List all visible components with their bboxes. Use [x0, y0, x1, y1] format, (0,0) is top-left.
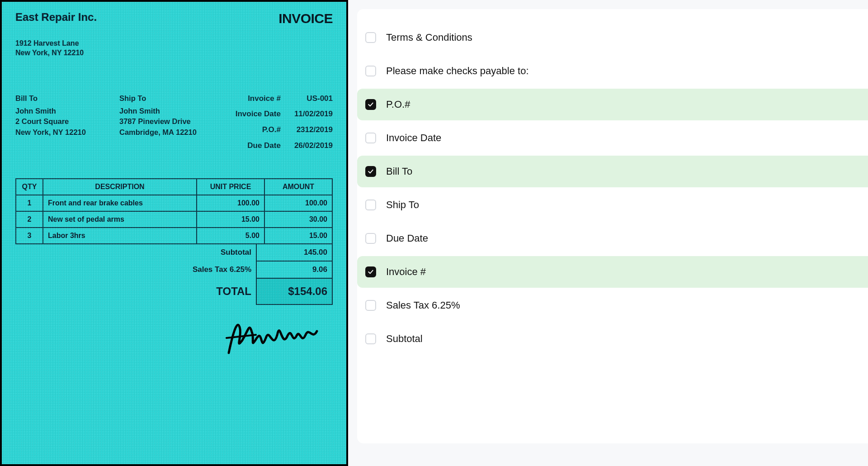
- parties-section: Bill To John Smith 2 Court Square New Yo…: [15, 93, 333, 152]
- field-row[interactable]: Sales Tax 6.25%: [357, 290, 868, 321]
- invoice-number-label: Invoice #: [248, 93, 281, 105]
- invoice-number-value: US-001: [307, 93, 333, 105]
- subtotal-label: Subtotal: [184, 244, 256, 262]
- tax-label: Sales Tax 6.25%: [184, 262, 256, 279]
- header-row: East Repair Inc. INVOICE: [15, 11, 333, 26]
- bill-to-block: Bill To John Smith 2 Court Square New Yo…: [15, 93, 119, 152]
- invoice-page: East Repair Inc. INVOICE 1912 Harvest La…: [2, 2, 346, 464]
- cell-desc: New set of pedal arms: [43, 211, 197, 228]
- cell-desc: Front and rear brake cables: [43, 195, 197, 211]
- signature-icon: [224, 313, 319, 356]
- company-address-line1: 1912 Harvest Lane: [15, 39, 333, 48]
- field-label: Please make checks payable to:: [386, 65, 529, 77]
- cell-qty: 3: [16, 228, 43, 244]
- ship-to-line2: Cambridge, MA 12210: [119, 127, 223, 138]
- bill-to-label: Bill To: [15, 93, 119, 104]
- field-label: Bill To: [386, 166, 412, 177]
- due-date-label: Due Date: [247, 140, 281, 152]
- checkbox-checked-icon[interactable]: [365, 99, 376, 110]
- field-label: Ship To: [386, 199, 419, 211]
- bill-to-line1: 2 Court Square: [15, 116, 119, 127]
- field-label: Due Date: [386, 233, 428, 244]
- ship-to-line1: 3787 Pineview Drive: [119, 116, 223, 127]
- cell-unit: 15.00: [197, 211, 264, 228]
- company-address-line2: New York, NY 12210: [15, 48, 333, 58]
- field-label: Subtotal: [386, 333, 423, 345]
- invoice-meta: Invoice # US-001 Invoice Date 11/02/2019…: [223, 93, 333, 152]
- field-row[interactable]: P.O.#: [357, 89, 868, 120]
- checkbox-icon[interactable]: [365, 133, 376, 143]
- po-label: P.O.#: [262, 124, 281, 136]
- field-row[interactable]: Ship To: [357, 189, 868, 221]
- table-row: 3 Labor 3hrs 5.00 15.00: [16, 228, 332, 244]
- table-row: 1 Front and rear brake cables 100.00 100…: [16, 195, 332, 211]
- checkbox-checked-icon[interactable]: [365, 166, 376, 177]
- totals-block: Subtotal 145.00 Sales Tax 6.25% 9.06 TOT…: [15, 244, 333, 305]
- cell-unit: 100.00: [197, 195, 264, 211]
- field-row[interactable]: Please make checks payable to:: [357, 55, 868, 87]
- fields-card: Terms & ConditionsPlease make checks pay…: [357, 9, 868, 443]
- cell-unit: 5.00: [197, 228, 264, 244]
- invoice-date-label: Invoice Date: [236, 109, 281, 120]
- field-label: Invoice #: [386, 266, 426, 278]
- cell-qty: 1: [16, 195, 43, 211]
- field-row[interactable]: Invoice Date: [357, 122, 868, 154]
- checkbox-checked-icon[interactable]: [365, 266, 376, 277]
- bill-to-name: John Smith: [15, 106, 119, 117]
- checkbox-icon[interactable]: [365, 66, 376, 76]
- ship-to-name: John Smith: [119, 106, 223, 117]
- field-row[interactable]: Invoice #: [357, 256, 868, 288]
- company-name: East Repair Inc.: [15, 11, 97, 24]
- field-label: Sales Tax 6.25%: [386, 300, 460, 311]
- checkbox-icon[interactable]: [365, 200, 376, 210]
- signature-block: [15, 313, 333, 358]
- checkbox-icon[interactable]: [365, 32, 376, 43]
- line-items-table: QTY DESCRIPTION UNIT PRICE AMOUNT 1 Fron…: [15, 178, 333, 244]
- col-qty: QTY: [16, 179, 43, 195]
- field-row[interactable]: Subtotal: [357, 323, 868, 355]
- document-title: INVOICE: [278, 11, 333, 26]
- total-label: TOTAL: [184, 279, 256, 305]
- fields-pane: Terms & ConditionsPlease make checks pay…: [348, 0, 868, 466]
- field-row[interactable]: Terms & Conditions: [357, 22, 868, 53]
- tax-value: 9.06: [256, 262, 333, 279]
- document-preview-pane: East Repair Inc. INVOICE 1912 Harvest La…: [0, 0, 348, 466]
- field-row[interactable]: Bill To: [357, 156, 868, 187]
- app-root: East Repair Inc. INVOICE 1912 Harvest La…: [0, 0, 868, 466]
- ship-to-label: Ship To: [119, 93, 223, 104]
- due-date-value: 26/02/2019: [294, 140, 333, 152]
- total-value: $154.06: [256, 279, 333, 305]
- col-amount: AMOUNT: [264, 179, 332, 195]
- company-address: 1912 Harvest Lane New York, NY 12210: [15, 39, 333, 58]
- bill-to-line2: New York, NY 12210: [15, 127, 119, 138]
- cell-desc: Labor 3hrs: [43, 228, 197, 244]
- field-label: Invoice Date: [386, 132, 441, 144]
- subtotal-value: 145.00: [256, 244, 333, 262]
- checkbox-icon[interactable]: [365, 233, 376, 244]
- col-desc: DESCRIPTION: [43, 179, 197, 195]
- po-value: 2312/2019: [297, 124, 333, 136]
- cell-amount: 15.00: [264, 228, 332, 244]
- cell-amount: 30.00: [264, 211, 332, 228]
- table-row: 2 New set of pedal arms 15.00 30.00: [16, 211, 332, 228]
- cell-qty: 2: [16, 211, 43, 228]
- invoice-date-value: 11/02/2019: [294, 109, 333, 120]
- col-unit: UNIT PRICE: [197, 179, 264, 195]
- checkbox-icon[interactable]: [365, 300, 376, 311]
- field-label: Terms & Conditions: [386, 32, 472, 43]
- ship-to-block: Ship To John Smith 3787 Pineview Drive C…: [119, 93, 223, 152]
- table-header-row: QTY DESCRIPTION UNIT PRICE AMOUNT: [16, 179, 332, 195]
- cell-amount: 100.00: [264, 195, 332, 211]
- field-label: P.O.#: [386, 99, 410, 110]
- checkbox-icon[interactable]: [365, 333, 376, 344]
- field-row[interactable]: Due Date: [357, 223, 868, 254]
